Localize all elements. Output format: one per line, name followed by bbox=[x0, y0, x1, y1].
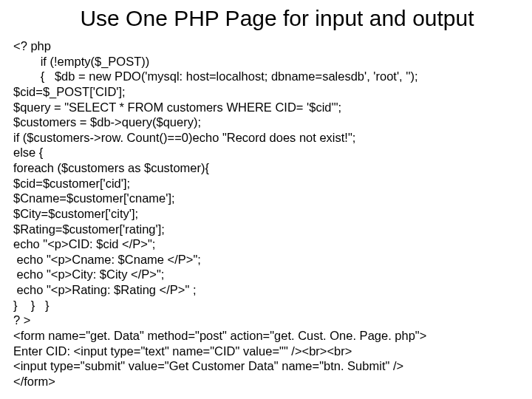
code-block: <? php if (!empty($_POST)) { $db = new P… bbox=[13, 38, 519, 389]
slide-title: Use One PHP Page for input and output bbox=[13, 6, 519, 31]
